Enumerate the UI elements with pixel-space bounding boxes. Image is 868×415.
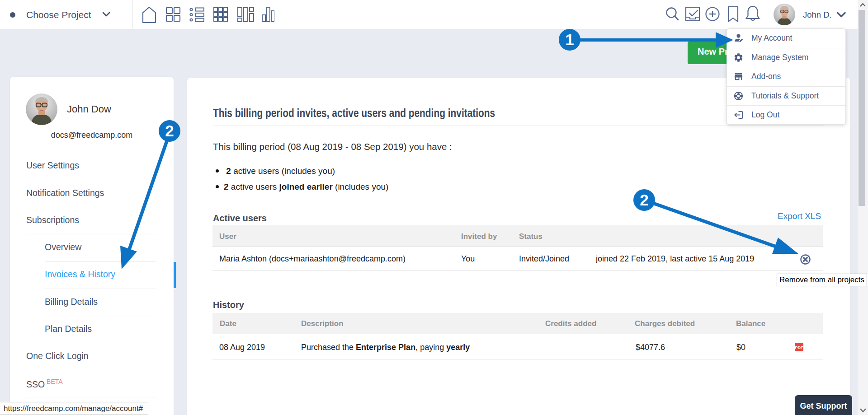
svg-text:2: 2 <box>165 122 174 140</box>
svg-text:1: 1 <box>565 31 574 48</box>
svg-text:2: 2 <box>640 191 648 209</box>
